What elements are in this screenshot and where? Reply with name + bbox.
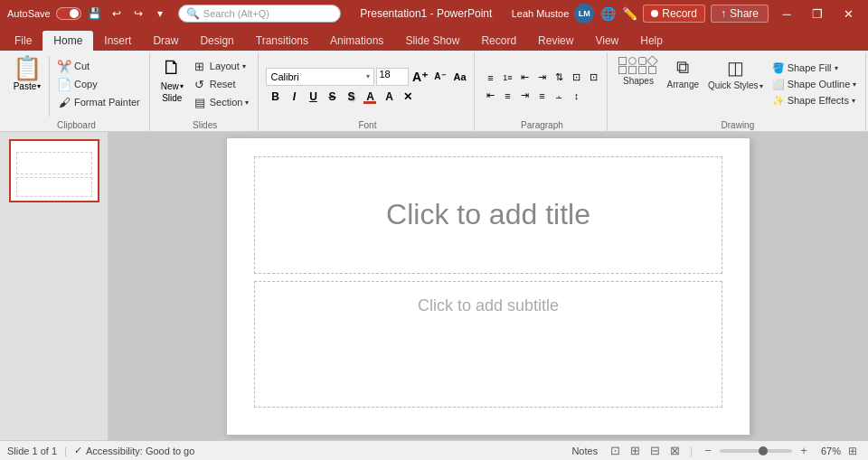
globe-icon[interactable]: 🌐 [599,5,616,22]
restore-button[interactable]: ❐ [805,1,830,26]
arrange-label: Arrange [666,80,699,90]
tab-home[interactable]: Home [42,31,93,51]
zoom-out-button[interactable]: − [700,443,716,459]
undo-button[interactable]: ↩ [108,5,125,22]
list-numbers-button[interactable]: 1≡ [499,70,515,86]
minimize-button[interactable]: ─ [774,1,799,26]
layout-button[interactable]: ⊞ Layout ▾ [189,58,253,75]
share-icon: ↑ [721,7,726,20]
view-slide-sorter-button[interactable]: ⊞ [627,443,643,459]
clipboard-sep [49,56,50,117]
slide-subtitle-placeholder[interactable]: Click to add subtitle [418,296,559,315]
close-button[interactable]: ✕ [835,1,861,26]
record-header-button[interactable]: Record [643,5,705,23]
slide-panel[interactable]: 1 [0,132,108,440]
convert-smartart-button[interactable]: ⊡ [585,70,601,86]
reset-button[interactable]: ↺ Reset [189,76,253,93]
fit-slide-button[interactable]: ⊞ [844,443,861,459]
cut-button[interactable]: ✂️ Cut [53,58,144,75]
tab-record[interactable]: Record [470,31,527,51]
pen-icon[interactable]: ✏️ [621,5,637,22]
align-left-button[interactable]: ⇤ [482,88,498,104]
shapes-button[interactable]: Shapes [615,54,661,114]
strikethrough-button[interactable]: S [323,88,341,106]
cut-icon: ✂️ [57,60,71,73]
indent-increase-button[interactable]: ⇥ [533,70,550,86]
align-center-button[interactable]: ≡ [499,88,515,104]
tab-view[interactable]: View [584,31,629,51]
view-presenter-button[interactable]: ⊠ [666,443,683,459]
quick-styles-button[interactable]: ◫ Quick Styles ▾ [704,54,767,114]
paste-icon: 📋 [13,56,42,80]
paste-button[interactable]: 📋 Paste ▾ [9,54,45,114]
text-clear-button[interactable]: ✕ [399,88,417,106]
tab-slide-show[interactable]: Slide Show [394,31,470,51]
new-slide-button[interactable]: 🗋 New ▾ Slide [157,54,187,114]
clipboard-col: ✂️ Cut 📄 Copy 🖌 Format Painter [53,54,144,114]
columns-button[interactable]: ⫠ [551,88,567,104]
shape-outline-button[interactable]: ⬜ Shape Outline ▾ [769,77,861,92]
tab-draw[interactable]: Draw [142,31,189,51]
underline-button[interactable]: U [304,88,322,106]
shape-effects-button[interactable]: ✨ Shape Effects ▾ [769,93,861,108]
slide-title-area[interactable]: Click to add title [254,156,722,274]
text-direction-button[interactable]: ⇅ [551,70,567,86]
zoom-slider[interactable] [720,449,792,453]
font-name-select[interactable]: Calibri ▾ [266,68,374,86]
slide-title-placeholder[interactable]: Click to add title [386,198,590,231]
new-slide-label2: Slide [162,93,182,103]
section-button[interactable]: ▤ Section ▾ [189,94,253,111]
view-reading-button[interactable]: ⊟ [646,443,663,459]
change-case-button[interactable]: Aa [450,68,468,86]
paste-label: Paste [14,81,37,91]
font-group-label: Font [266,118,468,131]
tab-file[interactable]: File [4,31,42,51]
slide-thumbnail[interactable] [9,139,99,202]
tab-animations[interactable]: Animations [319,31,394,51]
font-color-button[interactable]: A [361,88,379,106]
indent-decrease-button[interactable]: ⇤ [516,70,533,86]
highlight-button[interactable]: A [380,88,398,106]
search-bar[interactable]: 🔍 Search (Alt+Q) [178,5,341,23]
list-bullets-button[interactable]: ≡ [482,70,498,86]
copy-button[interactable]: 📄 Copy [53,76,144,93]
line-spacing-button[interactable]: ↕ [568,88,584,104]
redo-button[interactable]: ↪ [130,5,146,22]
clipboard-group-content: 📋 Paste ▾ ✂️ Cut 📄 Copy 🖌 Format [9,54,144,118]
italic-button[interactable]: I [285,88,303,106]
align-text-button[interactable]: ⊡ [568,70,584,86]
zoom-in-button[interactable]: + [796,443,812,459]
bold-button[interactable]: B [266,88,284,106]
format-painter-button[interactable]: 🖌 Format Painter [53,94,144,111]
justify-button[interactable]: ≡ [533,88,550,104]
notes-button[interactable]: Notes [566,444,603,458]
status-sep2: | [690,446,693,456]
tab-insert[interactable]: Insert [93,31,142,51]
shadow-button[interactable]: S [342,88,360,106]
decrease-font-button[interactable]: A⁻ [430,68,448,86]
tab-transitions[interactable]: Transitions [245,31,319,51]
share-button[interactable]: ↑ Share [711,5,769,23]
save-button[interactable]: 💾 [87,5,103,22]
slide-canvas[interactable]: Click to add title Click to add subtitle [226,137,750,436]
autosave-toggle[interactable] [56,7,81,20]
shape-fill-dropdown-icon: ▾ [835,64,838,72]
status-sep: | [64,446,67,456]
shape-effects-label: Shape Effects [788,95,849,106]
user-avatar[interactable]: LM [574,4,594,23]
tab-help[interactable]: Help [629,31,674,51]
font-size-select[interactable]: 18 [376,68,409,86]
increase-font-button[interactable]: A⁺ [410,68,429,86]
align-right-button[interactable]: ⇥ [516,88,533,104]
font-name-dropdown-icon: ▾ [366,72,370,80]
shape-effects-dropdown-icon: ▾ [852,97,855,105]
tab-review[interactable]: Review [527,31,584,51]
arrange-button[interactable]: ⧉ Arrange [663,54,703,114]
new-slide-dropdown-icon: ▾ [180,82,184,90]
clipboard-group: 📋 Paste ▾ ✂️ Cut 📄 Copy 🖌 Format [4,52,150,131]
slide-subtitle-area[interactable]: Click to add subtitle [254,281,722,408]
view-normal-button[interactable]: ⊡ [607,443,623,459]
tab-design[interactable]: Design [189,31,244,51]
customize-quick-access-button[interactable]: ▾ [152,5,168,22]
shape-fill-button[interactable]: 🪣 Shape Fill ▾ [769,61,861,76]
